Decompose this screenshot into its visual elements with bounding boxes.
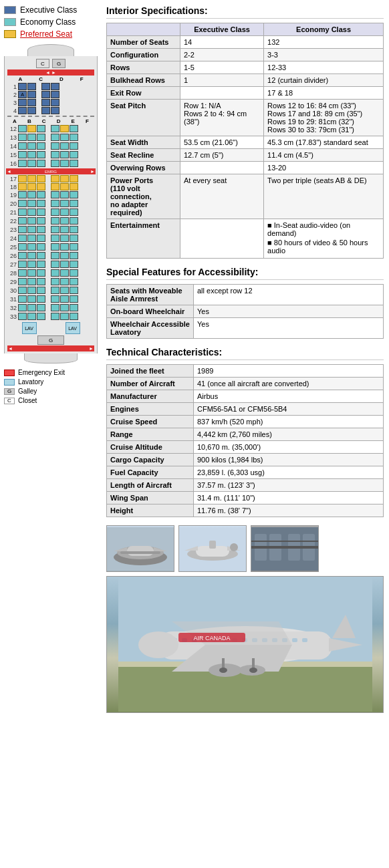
lavatory-box-right: LAV <box>66 322 80 334</box>
accessibility-row: Wheelchair Accessible Lavatory Yes <box>107 318 384 339</box>
spec-row: Rows 1-5 12-33 <box>107 61 384 74</box>
exec-col-headers: ACDF <box>5 76 97 82</box>
emergency-icon <box>4 370 15 376</box>
tech-label: Cruise Speed <box>107 416 194 428</box>
spec-economy: Rows 12 to 16: 84 cm (33")Rows 17 and 18… <box>264 100 384 136</box>
seat-13d <box>51 134 59 141</box>
emergency-label: Emergency Exit <box>18 369 65 376</box>
curtain-divider <box>7 116 94 117</box>
spec-row: Seat Pitch Row 1: N/ARows 2 to 4: 94 cm … <box>107 100 384 136</box>
tech-value: 837 km/h (520 mph) <box>194 416 384 428</box>
seat-row-32: 32 <box>5 304 97 311</box>
svg-rect-20 <box>251 541 318 542</box>
spec-economy: 45.3 cm (17.83") standard seat <box>264 136 384 149</box>
tech-value: 23,859 l. (6,303 usg) <box>194 466 384 479</box>
seat-4f <box>51 107 59 114</box>
seat-1f <box>51 83 59 90</box>
legend-emergency: Emergency Exit <box>4 369 100 376</box>
seat-row-20: 20 <box>5 200 97 207</box>
svg-rect-13 <box>209 541 216 549</box>
seat-12a <box>18 125 27 132</box>
preferred-label[interactable]: Preferred Seat <box>20 29 72 39</box>
technical-row: Cruise Altitude 10,670 m. (35,000') <box>107 441 384 454</box>
tech-value: 11.76 m. (38' 7") <box>194 504 384 517</box>
economy-rows-12-16: 12 13 <box>5 125 97 168</box>
access-value: Yes <box>194 318 384 339</box>
seat-row-16: 16 <box>5 160 97 167</box>
seat-row-4: 4 <box>5 107 97 114</box>
photo-thumb-2[interactable] <box>178 525 247 572</box>
seat-row-15: 15 <box>5 151 97 158</box>
spec-row: Entertainment ■ In-Seat audio-video (on … <box>107 219 384 259</box>
seat-row-25: 25 <box>5 243 97 251</box>
photo-thumb-1[interactable] <box>106 525 174 572</box>
spec-row: Overwing Rows 13-20 <box>107 162 384 174</box>
spec-row: Number of Seats 14 132 <box>107 36 384 49</box>
technical-row: Range 4,442 km (2,760 miles) <box>107 428 384 441</box>
seat-12d <box>51 125 59 132</box>
galley-tail: G <box>7 335 94 345</box>
legend-closet: C Closet <box>4 397 100 404</box>
seat-1a <box>18 83 27 90</box>
seat-row-27: 27 <box>5 261 97 268</box>
seat-row-13: 13 <box>5 134 97 141</box>
executive-color-box <box>4 6 16 14</box>
galley-label: Galley <box>18 388 37 395</box>
spec-economy: 17 & 18 <box>264 87 384 100</box>
technical-row: Joined the fleet 1989 <box>107 365 384 378</box>
spec-economy: 3-3 <box>264 49 384 61</box>
closet-c-top: C <box>36 59 49 68</box>
lavatory-tail: LAV LAV <box>7 322 94 334</box>
access-label: On-board Wheelchair <box>107 305 194 318</box>
emergency-top: ◄ ► <box>7 69 94 76</box>
seat-4c <box>27 107 36 114</box>
tech-label: Cruise Altitude <box>107 441 194 454</box>
seat-map: C G ◄ ► ACDF 1 <box>4 44 98 364</box>
seat-12e <box>60 125 69 132</box>
svg-rect-39 <box>302 638 307 642</box>
spec-row: Exit Row 17 & 18 <box>107 87 384 100</box>
emergency-mid: ◄EMRG► <box>6 168 96 174</box>
main-photo: AIR CANADA <box>106 576 384 713</box>
spec-exec <box>180 162 264 174</box>
seat-12c <box>37 125 45 132</box>
technical-row: Manufacturer Airbus <box>107 390 384 403</box>
technical-row: Length of Aircraft 37.57 m. (123' 3") <box>107 479 384 492</box>
seat-row-28: 28 <box>5 269 97 277</box>
spec-exec <box>180 87 264 100</box>
spec-exec: At every seat <box>180 174 264 219</box>
aircraft-svg: AIR CANADA <box>118 578 372 712</box>
spec-label: Configuration <box>107 49 180 61</box>
svg-rect-3 <box>127 546 154 556</box>
spec-label: Seat Pitch <box>107 100 180 136</box>
seat-row-19: 19 <box>5 191 97 198</box>
svg-point-40 <box>138 631 178 658</box>
seat-3c <box>27 99 36 106</box>
accessibility-table: Seats with Moveable Aisle Armrest all ex… <box>106 284 384 339</box>
technical-table: Joined the fleet 1989 Number of Aircraft… <box>106 364 384 517</box>
spec-economy: 12 (curtain divider) <box>264 74 384 87</box>
seat-row-21: 21 <box>5 208 97 216</box>
spec-exec: 14 <box>180 36 264 49</box>
lavatory-icon <box>4 379 15 386</box>
spec-label: Seat Recline <box>107 149 180 162</box>
svg-point-12 <box>230 543 238 551</box>
spec-label: Bulkhead Rows <box>107 74 180 87</box>
economy-label: Economy Class <box>20 17 76 27</box>
access-value: Yes <box>194 305 384 318</box>
spec-header-empty <box>107 23 180 36</box>
tech-label: Number of Aircraft <box>107 378 194 390</box>
tech-value: 1989 <box>194 365 384 378</box>
spec-row: Bulkhead Rows 1 12 (curtain divider) <box>107 74 384 87</box>
bottom-legend: Emergency Exit Lavatory G Galley C Close… <box>4 369 100 404</box>
spec-label: Entertainment <box>107 219 180 259</box>
seat-row-29: 29 <box>5 278 97 285</box>
tech-value: 37.57 m. (123' 3") <box>194 479 384 492</box>
tech-label: Manufacturer <box>107 390 194 403</box>
legend-executive: Executive Class <box>4 5 100 15</box>
seat-row-24: 24 <box>5 235 97 242</box>
lavatory-label: Lavatory <box>18 378 43 386</box>
photo-thumb-3[interactable] <box>251 525 319 572</box>
photos-row <box>106 525 384 572</box>
spec-row: Seat Width 53.5 cm (21.06") 45.3 cm (17.… <box>107 136 384 149</box>
